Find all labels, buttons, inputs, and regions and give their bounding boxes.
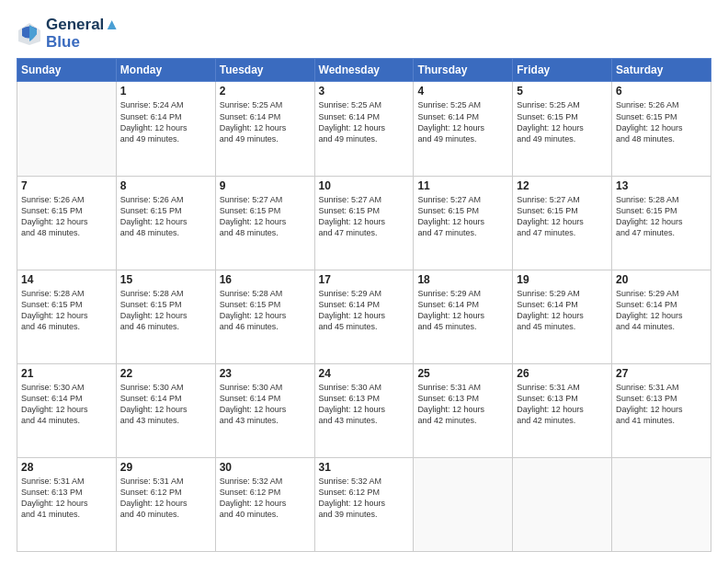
cell-info: Sunrise: 5:31 AM Sunset: 6:13 PM Dayligh…	[21, 476, 112, 521]
cell-day-number: 18	[417, 273, 508, 286]
calendar-day-header: Saturday	[612, 59, 711, 82]
cell-day-number: 6	[616, 85, 707, 98]
cell-info: Sunrise: 5:28 AM Sunset: 6:15 PM Dayligh…	[120, 288, 211, 333]
calendar-cell	[612, 457, 711, 551]
calendar-cell: 6Sunrise: 5:26 AM Sunset: 6:15 PM Daylig…	[612, 82, 711, 176]
calendar-cell: 3Sunrise: 5:25 AM Sunset: 6:14 PM Daylig…	[314, 82, 414, 176]
logo-icon	[17, 21, 42, 47]
cell-day-number: 3	[319, 85, 410, 98]
cell-day-number: 10	[319, 179, 410, 192]
calendar-cell: 17Sunrise: 5:29 AM Sunset: 6:14 PM Dayli…	[314, 270, 414, 363]
cell-info: Sunrise: 5:27 AM Sunset: 6:15 PM Dayligh…	[319, 194, 410, 239]
cell-day-number: 15	[120, 273, 211, 286]
calendar-cell: 13Sunrise: 5:28 AM Sunset: 6:15 PM Dayli…	[612, 176, 711, 270]
calendar-cell: 21Sunrise: 5:30 AM Sunset: 6:14 PM Dayli…	[17, 363, 117, 457]
calendar-cell: 19Sunrise: 5:29 AM Sunset: 6:14 PM Dayli…	[513, 270, 612, 363]
calendar-header-row: SundayMondayTuesdayWednesdayThursdayFrid…	[17, 59, 711, 82]
cell-day-number: 5	[517, 85, 608, 98]
cell-info: Sunrise: 5:26 AM Sunset: 6:15 PM Dayligh…	[21, 194, 112, 239]
calendar-cell: 26Sunrise: 5:31 AM Sunset: 6:13 PM Dayli…	[513, 363, 612, 457]
calendar-week-row: 21Sunrise: 5:30 AM Sunset: 6:14 PM Dayli…	[17, 363, 711, 457]
cell-info: Sunrise: 5:28 AM Sunset: 6:15 PM Dayligh…	[220, 288, 311, 333]
calendar-cell: 27Sunrise: 5:31 AM Sunset: 6:13 PM Dayli…	[612, 363, 711, 457]
cell-info: Sunrise: 5:26 AM Sunset: 6:15 PM Dayligh…	[616, 99, 707, 144]
calendar-cell: 28Sunrise: 5:31 AM Sunset: 6:13 PM Dayli…	[17, 457, 117, 551]
calendar-cell: 31Sunrise: 5:32 AM Sunset: 6:12 PM Dayli…	[314, 457, 414, 551]
calendar-cell: 22Sunrise: 5:30 AM Sunset: 6:14 PM Dayli…	[116, 363, 215, 457]
cell-day-number: 13	[616, 179, 707, 192]
cell-day-number: 23	[220, 367, 311, 380]
cell-day-number: 14	[21, 273, 112, 286]
calendar-cell: 18Sunrise: 5:29 AM Sunset: 6:14 PM Dayli…	[414, 270, 513, 363]
calendar-day-header: Friday	[513, 59, 612, 82]
cell-day-number: 1	[120, 85, 211, 98]
cell-day-number: 20	[616, 273, 707, 286]
calendar-week-row: 28Sunrise: 5:31 AM Sunset: 6:13 PM Dayli…	[17, 457, 711, 551]
cell-day-number: 12	[517, 179, 608, 192]
calendar-day-header: Tuesday	[215, 59, 314, 82]
calendar-cell	[17, 82, 117, 176]
cell-day-number: 19	[517, 273, 608, 286]
calendar-cell: 8Sunrise: 5:26 AM Sunset: 6:15 PM Daylig…	[116, 176, 215, 270]
cell-day-number: 28	[21, 461, 112, 474]
calendar-cell: 12Sunrise: 5:27 AM Sunset: 6:15 PM Dayli…	[513, 176, 612, 270]
cell-day-number: 26	[517, 367, 608, 380]
calendar-cell	[414, 457, 513, 551]
calendar-week-row: 1Sunrise: 5:24 AM Sunset: 6:14 PM Daylig…	[17, 82, 711, 176]
cell-info: Sunrise: 5:25 AM Sunset: 6:14 PM Dayligh…	[417, 99, 508, 144]
calendar-cell: 29Sunrise: 5:31 AM Sunset: 6:12 PM Dayli…	[116, 457, 215, 551]
calendar-day-header: Sunday	[17, 59, 117, 82]
cell-info: Sunrise: 5:27 AM Sunset: 6:15 PM Dayligh…	[220, 194, 311, 239]
calendar-table: SundayMondayTuesdayWednesdayThursdayFrid…	[17, 58, 711, 552]
calendar-cell	[513, 457, 612, 551]
cell-day-number: 7	[21, 179, 112, 192]
cell-day-number: 17	[319, 273, 410, 286]
cell-info: Sunrise: 5:29 AM Sunset: 6:14 PM Dayligh…	[517, 288, 608, 333]
cell-day-number: 2	[220, 85, 311, 98]
calendar-cell: 7Sunrise: 5:26 AM Sunset: 6:15 PM Daylig…	[17, 176, 117, 270]
cell-info: Sunrise: 5:27 AM Sunset: 6:15 PM Dayligh…	[517, 194, 608, 239]
cell-info: Sunrise: 5:25 AM Sunset: 6:14 PM Dayligh…	[220, 99, 311, 144]
calendar-cell: 24Sunrise: 5:30 AM Sunset: 6:13 PM Dayli…	[314, 363, 414, 457]
calendar-cell: 25Sunrise: 5:31 AM Sunset: 6:13 PM Dayli…	[414, 363, 513, 457]
logo-text: General▲ Blue	[46, 17, 119, 51]
calendar-day-header: Monday	[116, 59, 215, 82]
calendar-cell: 20Sunrise: 5:29 AM Sunset: 6:14 PM Dayli…	[612, 270, 711, 363]
cell-day-number: 11	[417, 179, 508, 192]
cell-info: Sunrise: 5:32 AM Sunset: 6:12 PM Dayligh…	[319, 476, 410, 521]
calendar-cell: 9Sunrise: 5:27 AM Sunset: 6:15 PM Daylig…	[215, 176, 314, 270]
calendar-cell: 1Sunrise: 5:24 AM Sunset: 6:14 PM Daylig…	[116, 82, 215, 176]
page: General▲ Blue SundayMondayTuesdayWednesd…	[0, 0, 728, 563]
calendar-cell: 23Sunrise: 5:30 AM Sunset: 6:14 PM Dayli…	[215, 363, 314, 457]
cell-info: Sunrise: 5:28 AM Sunset: 6:15 PM Dayligh…	[21, 288, 112, 333]
calendar-week-row: 14Sunrise: 5:28 AM Sunset: 6:15 PM Dayli…	[17, 270, 711, 363]
cell-info: Sunrise: 5:30 AM Sunset: 6:14 PM Dayligh…	[120, 382, 211, 427]
logo: General▲ Blue	[17, 17, 119, 51]
header: General▲ Blue	[17, 17, 711, 51]
cell-info: Sunrise: 5:30 AM Sunset: 6:14 PM Dayligh…	[21, 382, 112, 427]
cell-day-number: 24	[319, 367, 410, 380]
cell-info: Sunrise: 5:32 AM Sunset: 6:12 PM Dayligh…	[220, 476, 311, 521]
cell-day-number: 29	[120, 461, 211, 474]
cell-day-number: 27	[616, 367, 707, 380]
cell-info: Sunrise: 5:25 AM Sunset: 6:14 PM Dayligh…	[319, 99, 410, 144]
cell-info: Sunrise: 5:30 AM Sunset: 6:14 PM Dayligh…	[220, 382, 311, 427]
cell-info: Sunrise: 5:31 AM Sunset: 6:12 PM Dayligh…	[120, 476, 211, 521]
calendar-day-header: Thursday	[414, 59, 513, 82]
cell-info: Sunrise: 5:30 AM Sunset: 6:13 PM Dayligh…	[319, 382, 410, 427]
calendar-cell: 5Sunrise: 5:25 AM Sunset: 6:15 PM Daylig…	[513, 82, 612, 176]
cell-info: Sunrise: 5:31 AM Sunset: 6:13 PM Dayligh…	[417, 382, 508, 427]
calendar-cell: 4Sunrise: 5:25 AM Sunset: 6:14 PM Daylig…	[414, 82, 513, 176]
cell-day-number: 16	[220, 273, 311, 286]
cell-info: Sunrise: 5:25 AM Sunset: 6:15 PM Dayligh…	[517, 99, 608, 144]
cell-day-number: 22	[120, 367, 211, 380]
cell-info: Sunrise: 5:31 AM Sunset: 6:13 PM Dayligh…	[517, 382, 608, 427]
cell-day-number: 25	[417, 367, 508, 380]
calendar-cell: 14Sunrise: 5:28 AM Sunset: 6:15 PM Dayli…	[17, 270, 117, 363]
calendar-cell: 2Sunrise: 5:25 AM Sunset: 6:14 PM Daylig…	[215, 82, 314, 176]
calendar-day-header: Wednesday	[314, 59, 414, 82]
calendar-cell: 10Sunrise: 5:27 AM Sunset: 6:15 PM Dayli…	[314, 176, 414, 270]
cell-day-number: 9	[220, 179, 311, 192]
cell-day-number: 30	[220, 461, 311, 474]
cell-day-number: 31	[319, 461, 410, 474]
